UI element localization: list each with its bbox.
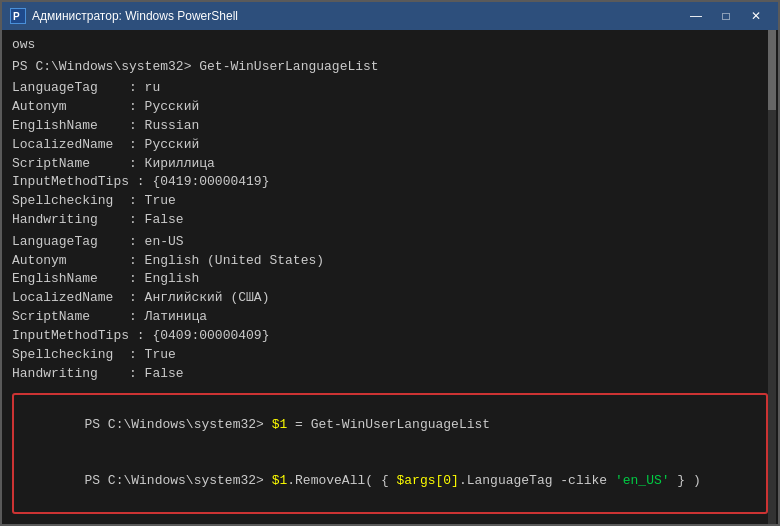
cmd-remove: .RemoveAll( { xyxy=(287,473,396,488)
window-title: Администратор: Windows PowerShell xyxy=(32,9,676,23)
line-lang2-spell: Spellchecking : True xyxy=(12,346,768,365)
line-lang2-autonym: Autonym : English (United States) xyxy=(12,252,768,271)
maximize-button[interactable]: □ xyxy=(712,6,740,26)
line-lang1-locname: LocalizedName : Русский xyxy=(12,136,768,155)
line-lang2-hand: Handwriting : False xyxy=(12,365,768,384)
prompt-1: PS C:\Windows\system32> xyxy=(84,417,271,432)
prompt-2: PS C:\Windows\system32> xyxy=(84,473,271,488)
line-lang1-input: InputMethodTips : {0419:00000419} xyxy=(12,173,768,192)
line-lang1-hand: Handwriting : False xyxy=(12,211,768,230)
args-var: $args[0] xyxy=(396,473,458,488)
line-lang2-locname: LocalizedName : Английский (США) xyxy=(12,289,768,308)
line-cmd-1: PS C:\Windows\system32> Get-WinUserLangu… xyxy=(12,58,768,77)
str-en-us: 'en_US' xyxy=(615,473,670,488)
svg-text:P: P xyxy=(13,11,20,22)
line-lang1-tag: LanguageTag : ru xyxy=(12,79,768,98)
scrollbar[interactable] xyxy=(768,30,776,524)
window: P Администратор: Windows PowerShell — □ … xyxy=(0,0,780,526)
cmd-assign: = Get-WinUserLanguageList xyxy=(287,417,490,432)
app-icon: P xyxy=(10,8,26,24)
line-lang1-spell: Spellchecking : True xyxy=(12,192,768,211)
line-lang1-autonym: Autonym : Русский xyxy=(12,98,768,117)
scrollbar-thumb[interactable] xyxy=(768,30,776,110)
line-1: ows xyxy=(12,36,768,55)
highlighted-commands: PS C:\Windows\system32> $1 = Get-WinUser… xyxy=(12,393,768,514)
window-controls: — □ ✕ xyxy=(682,6,770,26)
var-2: $1 xyxy=(272,473,288,488)
line-lang2-engname: EnglishName : English xyxy=(12,270,768,289)
close-button[interactable]: ✕ xyxy=(742,6,770,26)
highlighted-line-1: PS C:\Windows\system32> $1 = Get-WinUser… xyxy=(18,397,762,454)
titlebar: P Администратор: Windows PowerShell — □ … xyxy=(2,2,778,30)
cmd-end: } ) xyxy=(670,473,701,488)
line-lang2-script: ScriptName : Латиница xyxy=(12,308,768,327)
minimize-button[interactable]: — xyxy=(682,6,710,26)
highlighted-line-2: PS C:\Windows\system32> $1.RemoveAll( { … xyxy=(18,453,762,510)
cmd-langcheck: .LanguageTag -clike xyxy=(459,473,615,488)
var-1: $1 xyxy=(272,417,288,432)
line-lang2-tag: LanguageTag : en-US xyxy=(12,233,768,252)
line-lang2-input: InputMethodTips : {0409:00000409} xyxy=(12,327,768,346)
line-lang1-engname: EnglishName : Russian xyxy=(12,117,768,136)
line-lang1-script: ScriptName : Кириллица xyxy=(12,155,768,174)
terminal-area: ows PS C:\Windows\system32> Get-WinUserL… xyxy=(2,30,778,524)
